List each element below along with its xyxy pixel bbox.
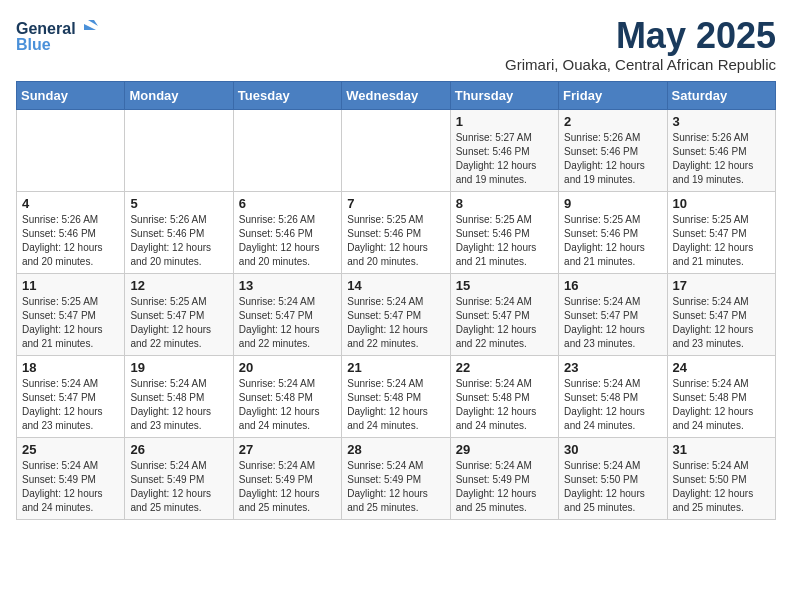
weekday-header-thursday: Thursday — [450, 81, 558, 109]
day-info: Sunrise: 5:24 AMSunset: 5:48 PMDaylight:… — [130, 377, 227, 433]
week-row-4: 18Sunrise: 5:24 AMSunset: 5:47 PMDayligh… — [17, 355, 776, 437]
weekday-header-wednesday: Wednesday — [342, 81, 450, 109]
calendar-cell: 28Sunrise: 5:24 AMSunset: 5:49 PMDayligh… — [342, 437, 450, 519]
day-number: 10 — [673, 196, 770, 211]
day-number: 17 — [673, 278, 770, 293]
day-number: 13 — [239, 278, 336, 293]
calendar-cell — [125, 109, 233, 191]
day-info: Sunrise: 5:24 AMSunset: 5:48 PMDaylight:… — [239, 377, 336, 433]
calendar-cell: 14Sunrise: 5:24 AMSunset: 5:47 PMDayligh… — [342, 273, 450, 355]
logo-svg: General Blue — [16, 16, 106, 54]
day-info: Sunrise: 5:25 AMSunset: 5:46 PMDaylight:… — [456, 213, 553, 269]
title-area: May 2025 Grimari, Ouaka, Central African… — [505, 16, 776, 73]
day-info: Sunrise: 5:25 AMSunset: 5:47 PMDaylight:… — [130, 295, 227, 351]
day-info: Sunrise: 5:26 AMSunset: 5:46 PMDaylight:… — [673, 131, 770, 187]
calendar-cell: 29Sunrise: 5:24 AMSunset: 5:49 PMDayligh… — [450, 437, 558, 519]
day-info: Sunrise: 5:24 AMSunset: 5:47 PMDaylight:… — [673, 295, 770, 351]
day-number: 6 — [239, 196, 336, 211]
calendar-cell: 26Sunrise: 5:24 AMSunset: 5:49 PMDayligh… — [125, 437, 233, 519]
calendar-cell: 30Sunrise: 5:24 AMSunset: 5:50 PMDayligh… — [559, 437, 667, 519]
calendar-cell: 15Sunrise: 5:24 AMSunset: 5:47 PMDayligh… — [450, 273, 558, 355]
day-info: Sunrise: 5:24 AMSunset: 5:50 PMDaylight:… — [564, 459, 661, 515]
day-info: Sunrise: 5:24 AMSunset: 5:49 PMDaylight:… — [347, 459, 444, 515]
day-info: Sunrise: 5:26 AMSunset: 5:46 PMDaylight:… — [564, 131, 661, 187]
calendar-cell: 27Sunrise: 5:24 AMSunset: 5:49 PMDayligh… — [233, 437, 341, 519]
day-info: Sunrise: 5:24 AMSunset: 5:47 PMDaylight:… — [347, 295, 444, 351]
logo: General Blue — [16, 16, 106, 54]
day-number: 16 — [564, 278, 661, 293]
day-info: Sunrise: 5:24 AMSunset: 5:47 PMDaylight:… — [239, 295, 336, 351]
calendar-cell: 7Sunrise: 5:25 AMSunset: 5:46 PMDaylight… — [342, 191, 450, 273]
week-row-2: 4Sunrise: 5:26 AMSunset: 5:46 PMDaylight… — [17, 191, 776, 273]
calendar-table: SundayMondayTuesdayWednesdayThursdayFrid… — [16, 81, 776, 520]
month-title: May 2025 — [505, 16, 776, 56]
day-info: Sunrise: 5:24 AMSunset: 5:49 PMDaylight:… — [239, 459, 336, 515]
day-number: 8 — [456, 196, 553, 211]
day-info: Sunrise: 5:27 AMSunset: 5:46 PMDaylight:… — [456, 131, 553, 187]
week-row-3: 11Sunrise: 5:25 AMSunset: 5:47 PMDayligh… — [17, 273, 776, 355]
day-number: 30 — [564, 442, 661, 457]
calendar-cell — [233, 109, 341, 191]
day-number: 7 — [347, 196, 444, 211]
day-number: 14 — [347, 278, 444, 293]
weekday-header-sunday: Sunday — [17, 81, 125, 109]
day-number: 1 — [456, 114, 553, 129]
location-subtitle: Grimari, Ouaka, Central African Republic — [505, 56, 776, 73]
day-number: 4 — [22, 196, 119, 211]
day-number: 26 — [130, 442, 227, 457]
day-number: 19 — [130, 360, 227, 375]
day-info: Sunrise: 5:25 AMSunset: 5:47 PMDaylight:… — [22, 295, 119, 351]
day-number: 28 — [347, 442, 444, 457]
calendar-cell: 16Sunrise: 5:24 AMSunset: 5:47 PMDayligh… — [559, 273, 667, 355]
calendar-cell: 18Sunrise: 5:24 AMSunset: 5:47 PMDayligh… — [17, 355, 125, 437]
day-number: 15 — [456, 278, 553, 293]
weekday-header-tuesday: Tuesday — [233, 81, 341, 109]
day-info: Sunrise: 5:25 AMSunset: 5:46 PMDaylight:… — [347, 213, 444, 269]
day-info: Sunrise: 5:26 AMSunset: 5:46 PMDaylight:… — [22, 213, 119, 269]
weekday-header-row: SundayMondayTuesdayWednesdayThursdayFrid… — [17, 81, 776, 109]
calendar-cell: 4Sunrise: 5:26 AMSunset: 5:46 PMDaylight… — [17, 191, 125, 273]
day-info: Sunrise: 5:24 AMSunset: 5:50 PMDaylight:… — [673, 459, 770, 515]
day-info: Sunrise: 5:24 AMSunset: 5:47 PMDaylight:… — [564, 295, 661, 351]
calendar-cell: 22Sunrise: 5:24 AMSunset: 5:48 PMDayligh… — [450, 355, 558, 437]
day-info: Sunrise: 5:25 AMSunset: 5:46 PMDaylight:… — [564, 213, 661, 269]
day-info: Sunrise: 5:24 AMSunset: 5:49 PMDaylight:… — [130, 459, 227, 515]
week-row-1: 1Sunrise: 5:27 AMSunset: 5:46 PMDaylight… — [17, 109, 776, 191]
calendar-cell: 3Sunrise: 5:26 AMSunset: 5:46 PMDaylight… — [667, 109, 775, 191]
day-number: 23 — [564, 360, 661, 375]
page-header: General Blue May 2025 Grimari, Ouaka, Ce… — [16, 16, 776, 73]
calendar-cell: 24Sunrise: 5:24 AMSunset: 5:48 PMDayligh… — [667, 355, 775, 437]
day-number: 31 — [673, 442, 770, 457]
day-number: 11 — [22, 278, 119, 293]
day-number: 22 — [456, 360, 553, 375]
day-number: 9 — [564, 196, 661, 211]
svg-text:Blue: Blue — [16, 36, 51, 53]
day-number: 29 — [456, 442, 553, 457]
day-number: 5 — [130, 196, 227, 211]
day-info: Sunrise: 5:24 AMSunset: 5:47 PMDaylight:… — [456, 295, 553, 351]
day-number: 21 — [347, 360, 444, 375]
day-info: Sunrise: 5:24 AMSunset: 5:48 PMDaylight:… — [564, 377, 661, 433]
day-number: 24 — [673, 360, 770, 375]
day-info: Sunrise: 5:24 AMSunset: 5:48 PMDaylight:… — [673, 377, 770, 433]
day-number: 27 — [239, 442, 336, 457]
calendar-cell — [342, 109, 450, 191]
day-number: 20 — [239, 360, 336, 375]
calendar-cell: 19Sunrise: 5:24 AMSunset: 5:48 PMDayligh… — [125, 355, 233, 437]
calendar-cell: 8Sunrise: 5:25 AMSunset: 5:46 PMDaylight… — [450, 191, 558, 273]
day-number: 25 — [22, 442, 119, 457]
calendar-cell: 12Sunrise: 5:25 AMSunset: 5:47 PMDayligh… — [125, 273, 233, 355]
day-info: Sunrise: 5:24 AMSunset: 5:48 PMDaylight:… — [347, 377, 444, 433]
day-number: 12 — [130, 278, 227, 293]
day-info: Sunrise: 5:26 AMSunset: 5:46 PMDaylight:… — [239, 213, 336, 269]
calendar-cell: 17Sunrise: 5:24 AMSunset: 5:47 PMDayligh… — [667, 273, 775, 355]
weekday-header-saturday: Saturday — [667, 81, 775, 109]
calendar-cell: 11Sunrise: 5:25 AMSunset: 5:47 PMDayligh… — [17, 273, 125, 355]
calendar-cell: 2Sunrise: 5:26 AMSunset: 5:46 PMDaylight… — [559, 109, 667, 191]
day-info: Sunrise: 5:26 AMSunset: 5:46 PMDaylight:… — [130, 213, 227, 269]
calendar-cell: 25Sunrise: 5:24 AMSunset: 5:49 PMDayligh… — [17, 437, 125, 519]
calendar-cell: 10Sunrise: 5:25 AMSunset: 5:47 PMDayligh… — [667, 191, 775, 273]
svg-marker-3 — [88, 20, 98, 26]
calendar-cell: 9Sunrise: 5:25 AMSunset: 5:46 PMDaylight… — [559, 191, 667, 273]
svg-text:General: General — [16, 20, 76, 37]
